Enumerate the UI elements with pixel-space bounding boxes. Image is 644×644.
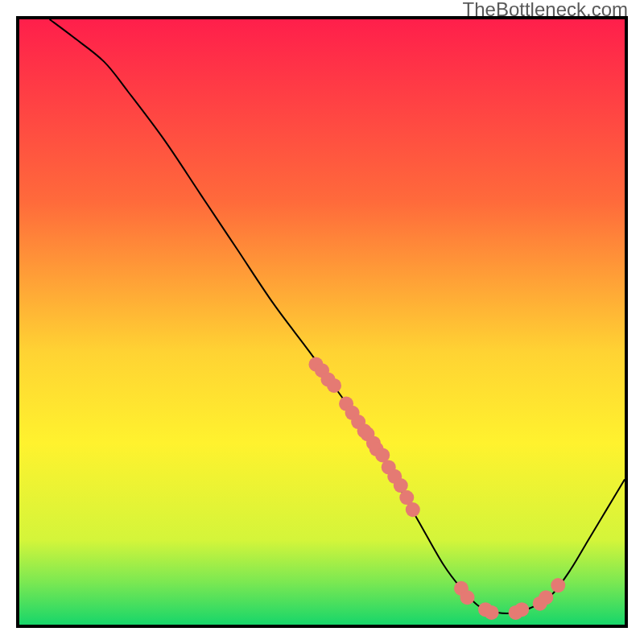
data-point [514,602,529,617]
chart-frame [16,16,628,628]
bottleneck-chart [19,19,625,625]
data-point [327,378,341,393]
data-point [485,605,499,620]
data-point [551,578,565,592]
data-point [539,590,553,605]
data-point [406,502,420,517]
chart-background [19,19,625,625]
watermark-text: TheBottleneck.com [463,0,628,21]
data-point [460,590,474,605]
